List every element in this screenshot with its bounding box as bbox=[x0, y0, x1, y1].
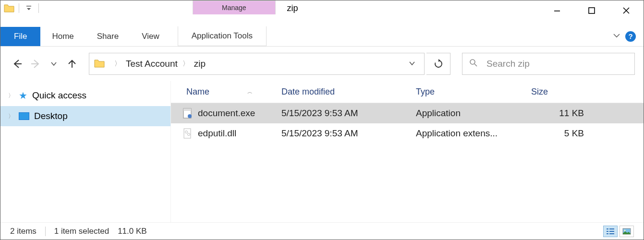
desktop-icon bbox=[19, 112, 29, 120]
chevron-right-icon[interactable]: 〉 bbox=[8, 92, 14, 100]
tab-application-tools[interactable]: Application Tools bbox=[178, 26, 267, 46]
status-item-count: 2 items bbox=[10, 227, 36, 236]
tab-view[interactable]: View bbox=[130, 27, 171, 46]
chevron-right-icon[interactable]: 〉 bbox=[8, 112, 14, 120]
window-title: zip bbox=[287, 0, 298, 13]
help-icon[interactable]: ? bbox=[625, 31, 636, 42]
file-size: 5 KB bbox=[526, 125, 598, 142]
svg-point-20 bbox=[624, 229, 626, 231]
status-selection-size: 11.0 KB bbox=[118, 227, 147, 236]
svg-point-5 bbox=[470, 60, 475, 64]
quick-access-toolbar bbox=[0, 0, 44, 16]
refresh-button[interactable] bbox=[426, 53, 450, 75]
maximize-button[interactable] bbox=[574, 0, 609, 21]
exe-icon bbox=[182, 108, 193, 119]
explorer-window: Manage zip File Home Share View Applicat… bbox=[0, 0, 644, 240]
column-header-size[interactable]: Size bbox=[526, 81, 598, 103]
column-header-name[interactable]: Name ︿ bbox=[171, 81, 277, 103]
chevron-right-icon[interactable]: 〉 bbox=[114, 60, 121, 68]
address-bar[interactable]: 〉 Test Account 〉 zip bbox=[89, 53, 425, 75]
svg-rect-0 bbox=[26, 6, 31, 6]
file-type: Application bbox=[411, 105, 526, 121]
svg-rect-14 bbox=[609, 228, 614, 229]
sidebar-item-quick-access[interactable]: 〉 ★ Quick access bbox=[0, 85, 170, 106]
svg-line-6 bbox=[474, 64, 477, 66]
folder-icon bbox=[3, 2, 15, 14]
qat-dropdown-icon[interactable] bbox=[23, 2, 35, 14]
file-date: 5/15/2023 9:53 AM bbox=[277, 105, 411, 121]
column-header-date[interactable]: Date modified bbox=[277, 81, 411, 103]
chevron-right-icon[interactable]: 〉 bbox=[182, 60, 189, 68]
divider bbox=[19, 3, 19, 13]
dll-icon bbox=[182, 128, 193, 139]
window-controls bbox=[540, 0, 644, 21]
svg-rect-8 bbox=[183, 108, 191, 111]
svg-rect-1 bbox=[554, 11, 560, 12]
breadcrumb-segment[interactable]: zip bbox=[194, 59, 206, 69]
column-headers: Name ︿ Date modified Type Size bbox=[171, 81, 644, 103]
file-row[interactable]: document.exe 5/15/2023 9:53 AM Applicati… bbox=[171, 103, 644, 123]
title-bar: Manage zip bbox=[0, 0, 644, 26]
details-view-button[interactable] bbox=[603, 226, 618, 237]
svg-point-9 bbox=[188, 114, 192, 118]
star-icon: ★ bbox=[19, 90, 27, 101]
view-switcher bbox=[603, 226, 634, 237]
svg-rect-15 bbox=[607, 231, 608, 232]
sidebar-item-desktop[interactable]: 〉 Desktop bbox=[0, 106, 170, 126]
search-placeholder: Search zip bbox=[486, 59, 530, 69]
breadcrumb-segment[interactable]: Test Account bbox=[126, 59, 178, 69]
svg-rect-18 bbox=[609, 233, 614, 234]
forward-button[interactable] bbox=[27, 56, 44, 72]
status-selection-count: 1 item selected bbox=[54, 227, 109, 236]
thumbnails-view-button[interactable] bbox=[620, 226, 634, 237]
column-header-type[interactable]: Type bbox=[411, 81, 526, 103]
file-list: Name ︿ Date modified Type Size document.… bbox=[171, 81, 644, 222]
body: 〉 ★ Quick access 〉 Desktop Name ︿ Date m… bbox=[0, 81, 644, 222]
search-box[interactable]: Search zip bbox=[462, 53, 635, 75]
navigation-pane: 〉 ★ Quick access 〉 Desktop bbox=[0, 81, 171, 222]
file-name-cell: document.exe bbox=[171, 105, 277, 121]
file-row[interactable]: edputil.dll 5/15/2023 9:53 AM Applicatio… bbox=[171, 123, 644, 144]
svg-rect-16 bbox=[609, 231, 614, 232]
divider bbox=[45, 227, 46, 236]
file-tab[interactable]: File bbox=[0, 27, 40, 46]
ribbon: File Home Share View Application Tools ? bbox=[0, 26, 644, 47]
tab-home[interactable]: Home bbox=[40, 27, 85, 46]
minimize-button[interactable] bbox=[540, 0, 574, 21]
sidebar-item-label: Quick access bbox=[32, 90, 86, 101]
back-button[interactable] bbox=[9, 56, 25, 72]
tab-share[interactable]: Share bbox=[85, 27, 130, 46]
file-type: Application extens... bbox=[411, 125, 526, 142]
sort-asc-icon: ︿ bbox=[247, 88, 253, 96]
file-name: document.exe bbox=[198, 108, 255, 119]
close-button[interactable] bbox=[609, 0, 644, 21]
file-size: 11 KB bbox=[526, 105, 598, 121]
column-label: Name bbox=[186, 87, 209, 97]
svg-rect-17 bbox=[607, 233, 608, 234]
address-dropdown-button[interactable] bbox=[402, 60, 422, 68]
search-icon bbox=[469, 59, 478, 70]
svg-rect-13 bbox=[607, 228, 608, 229]
folder-icon bbox=[94, 59, 105, 69]
file-date: 5/15/2023 9:53 AM bbox=[277, 125, 411, 142]
recent-locations-button[interactable] bbox=[46, 56, 62, 72]
ribbon-right: ? bbox=[613, 31, 644, 42]
manage-tab[interactable]: Manage bbox=[193, 0, 276, 14]
file-name-cell: edputil.dll bbox=[171, 125, 277, 142]
svg-rect-2 bbox=[589, 8, 595, 13]
file-name: edputil.dll bbox=[198, 128, 236, 139]
navigation-row: 〉 Test Account 〉 zip Search zip bbox=[0, 47, 644, 81]
status-bar: 2 items 1 item selected 11.0 KB bbox=[0, 222, 644, 240]
contextual-tab-group: Manage bbox=[193, 0, 276, 14]
sidebar-item-label: Desktop bbox=[34, 111, 68, 121]
chevron-down-icon[interactable] bbox=[613, 32, 620, 41]
up-button[interactable] bbox=[64, 56, 80, 72]
divider bbox=[38, 3, 39, 13]
